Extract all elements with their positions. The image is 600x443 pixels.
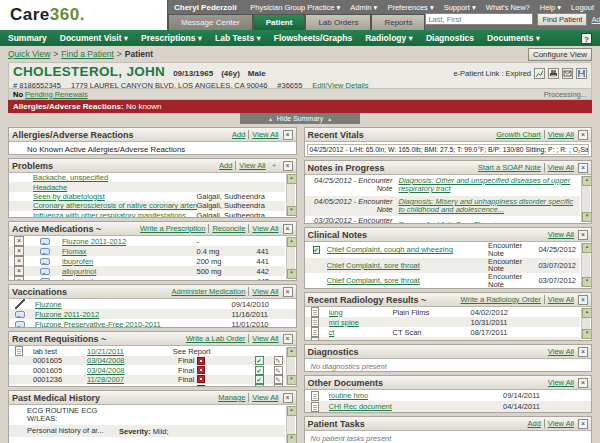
note-link[interactable]: Diagnosis: Misery and unhappiness disord…	[399, 196, 579, 216]
nav-lab-tests[interactable]: Lab Tests ▾	[215, 33, 261, 43]
scrollbar[interactable]	[581, 243, 590, 287]
medication-link[interactable]: Fluzone 2011-2012	[62, 237, 197, 246]
patient-search-input[interactable]	[425, 13, 533, 25]
clinical-note-link[interactable]: Chief Complaint, cough and wheezing	[327, 245, 489, 254]
delete-icon[interactable]	[14, 266, 24, 276]
requisition-date-link[interactable]: 03/04/2008	[87, 366, 145, 375]
medication-link[interactable]: Flomax	[62, 247, 197, 256]
vaccination-link[interactable]: Fluzone Preservative-Free 2010-2011	[35, 320, 232, 329]
delete-icon[interactable]	[14, 256, 24, 266]
problem-link[interactable]: Influenza with other respiratory manifes…	[33, 211, 197, 218]
close-icon[interactable]	[578, 163, 588, 173]
final-report-icon[interactable]	[197, 366, 205, 374]
problem-link[interactable]: Headache	[33, 183, 197, 192]
clinical-note-link[interactable]: Chief Complaint, sore throat	[327, 276, 489, 285]
comment-icon[interactable]	[40, 248, 50, 255]
clinical-note-link[interactable]: Chief Complaint, sore throat	[327, 261, 489, 270]
close-icon[interactable]	[283, 130, 293, 140]
hide-summary-button[interactable]: Hide Summary	[240, 113, 360, 124]
document-link[interactable]: CHI Rec document	[329, 402, 504, 411]
save-icon[interactable]	[576, 68, 587, 79]
nav-summary[interactable]: Summary	[8, 33, 47, 43]
reviewed-icon[interactable]	[255, 356, 264, 365]
scrollbar[interactable]	[286, 174, 295, 216]
administer-medication-link[interactable]: Administer Medication	[172, 287, 246, 296]
view-all-problems-link[interactable]: View All	[235, 161, 265, 170]
reviewed-icon[interactable]	[255, 366, 264, 375]
tab-reports[interactable]: Reports	[371, 14, 425, 30]
write-radiology-order-link[interactable]: Write a Radiology Order	[461, 295, 541, 304]
problem-link[interactable]: Seen by diabetologist	[33, 192, 197, 201]
print-icon[interactable]	[548, 68, 559, 79]
nav-radiology[interactable]: Radiology ▾	[365, 33, 413, 43]
radiology-link[interactable]: test	[329, 338, 393, 342]
scrollbar[interactable]	[286, 237, 295, 279]
breadcrumb-quick-view[interactable]: Quick View	[8, 49, 50, 59]
medication-link[interactable]: allopurinol	[62, 267, 197, 276]
radiology-link[interactable]: mri spine	[329, 318, 393, 327]
close-icon[interactable]	[578, 419, 588, 429]
delete-icon[interactable]	[14, 236, 24, 246]
view-all-pmh-link[interactable]: View All	[248, 393, 278, 402]
add-problem-link[interactable]: Add	[219, 161, 232, 170]
comment-icon[interactable]	[40, 278, 50, 282]
comment-icon[interactable]	[15, 311, 25, 318]
final-report-icon[interactable]	[197, 375, 205, 383]
view-all-clinical-notes-link[interactable]: View All	[548, 230, 574, 239]
comment-icon[interactable]	[40, 268, 50, 275]
view-all-vitals-link[interactable]: View All	[544, 130, 574, 139]
edit-icon[interactable]	[274, 384, 283, 387]
nav-document-visit[interactable]: Document Visit ▾	[60, 33, 128, 43]
close-icon[interactable]	[283, 393, 293, 403]
close-icon[interactable]	[578, 130, 588, 140]
write-prescription-link[interactable]: Write a Prescription	[140, 224, 205, 233]
growth-chart-icon[interactable]	[534, 68, 545, 79]
view-all-radiology-link[interactable]: View All	[544, 295, 574, 304]
vaccination-link[interactable]: Fluzone	[35, 300, 232, 309]
growth-chart-link[interactable]: Growth Chart	[496, 130, 541, 139]
close-icon[interactable]	[578, 347, 588, 357]
nav-documents[interactable]: Documents ▾	[487, 33, 540, 43]
document-link[interactable]: routine hmo	[329, 391, 504, 400]
close-icon[interactable]	[283, 161, 293, 171]
final-report-icon[interactable]	[197, 385, 205, 387]
configure-view-button[interactable]: Configure View	[528, 48, 592, 61]
view-all-diagnostics-link[interactable]: View All	[548, 347, 574, 356]
start-soap-note-link[interactable]: Start a SOAP Note	[478, 163, 541, 172]
problem-link[interactable]: Coronary atherosclerosis of native coron…	[33, 201, 197, 210]
email-icon[interactable]	[562, 68, 573, 79]
vaccination-link[interactable]: Fluzone 2011-2012	[35, 310, 232, 319]
menu-practice[interactable]: Physician Group Practice ▾	[250, 3, 340, 12]
signed-note-icon[interactable]	[313, 246, 320, 254]
reconcile-link[interactable]: Reconcile	[208, 224, 245, 233]
scrollbar[interactable]	[286, 347, 295, 385]
nav-prescriptions[interactable]: Prescriptions ▾	[141, 33, 202, 43]
write-lab-order-link[interactable]: Write a Lab Order	[186, 334, 245, 343]
close-icon[interactable]	[578, 378, 588, 388]
note-link[interactable]: Reason for Visit: Sore Throat	[399, 219, 579, 224]
view-all-tasks-link[interactable]: View All	[544, 419, 574, 428]
help-icon[interactable]: ?	[581, 33, 592, 44]
requisition-date-link[interactable]: 10/21/2011	[87, 347, 145, 356]
view-all-allergies-link[interactable]: View All	[248, 130, 278, 139]
close-icon[interactable]	[283, 287, 293, 297]
edit-icon[interactable]	[274, 356, 283, 365]
close-icon[interactable]	[283, 224, 293, 234]
comment-icon[interactable]	[40, 258, 50, 265]
scrollbar[interactable]	[581, 308, 590, 339]
comment-icon[interactable]	[15, 321, 25, 328]
advanced-search-link[interactable]: Advanced Search	[591, 15, 600, 24]
add-allergy-link[interactable]: Add	[232, 130, 245, 139]
requisition-date-link[interactable]: 11/28/2007	[87, 375, 145, 384]
manage-pmh-link[interactable]: Manage	[218, 393, 245, 402]
requisition-date-link[interactable]: 11/28/2007	[87, 384, 145, 387]
view-all-notes-link[interactable]: View All	[544, 163, 574, 172]
nav-flowsheets[interactable]: Flowsheets/Graphs	[274, 33, 352, 43]
breadcrumb-find-a-patient[interactable]: Find a Patient	[61, 49, 113, 59]
edit-icon[interactable]	[274, 366, 283, 375]
requisition-date-link[interactable]: 03/04/2008	[87, 356, 145, 365]
tab-message-center[interactable]: Message Center	[168, 14, 253, 30]
view-all-documents-link[interactable]: View All	[548, 378, 574, 387]
close-icon[interactable]	[578, 295, 588, 305]
radiology-link[interactable]: lung	[329, 308, 393, 317]
